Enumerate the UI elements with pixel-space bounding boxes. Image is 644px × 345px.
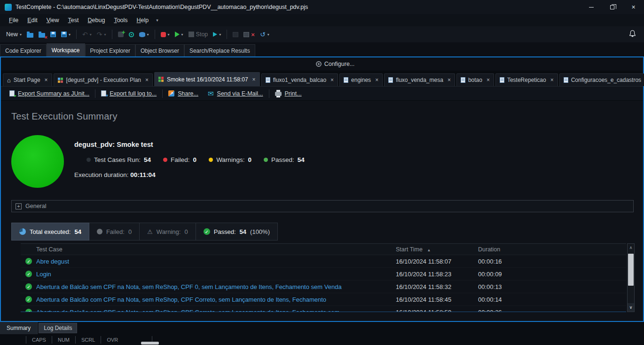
tab-close-icon[interactable]: × (145, 77, 149, 83)
test-case-link[interactable]: Abre degust (36, 258, 69, 265)
open-button[interactable] (24, 28, 36, 40)
tab-close-icon[interactable]: × (45, 77, 48, 83)
execution-duration: Execution duration: 00:11:04 (74, 171, 305, 178)
column-test-case[interactable]: Test Case (21, 246, 396, 253)
tab-close-icon[interactable]: × (375, 77, 378, 83)
undo-icon: ↶ (82, 31, 88, 38)
menu-help[interactable]: Help (133, 16, 153, 25)
test-case-link[interactable]: Abertura de Balcão sem CPF na Nota, sem … (36, 283, 342, 290)
table-row[interactable]: ✓ Abre degust 16/10/2024 11:58:07 00:00:… (21, 255, 626, 268)
save-all-button[interactable]: ▾ (59, 28, 73, 40)
document-tab-label: Smoke test 16/10/2024 11:58:07 (167, 76, 248, 83)
notifications-button[interactable] (625, 30, 640, 39)
stop-button[interactable]: Stop (186, 28, 211, 40)
export-log-label: Export full log to... (110, 90, 157, 97)
circle-icon (97, 229, 102, 234)
document-tab-fluxo-venda-mesa[interactable]: fluxo_venda_mesa × (384, 73, 455, 86)
tab-log-details[interactable]: Log Details (39, 323, 77, 333)
scrollbar-thumb[interactable] (628, 254, 634, 286)
tab-code-explorer[interactable]: Code Explorer (0, 44, 47, 56)
table-row[interactable]: ✓ Abertura de Balcão sem CPF na Nota, se… (21, 281, 626, 293)
tab-search-replace-results[interactable]: Search/Replace Results (184, 44, 255, 56)
rerun-button[interactable]: ↺ ▾ (258, 28, 272, 40)
document-tab-execution-plan[interactable]: [degust_pdv] - Execution Plan × (54, 73, 153, 86)
document-tab-engines[interactable]: engines × (339, 73, 383, 86)
menu-test[interactable]: Test (64, 16, 83, 25)
document-tab-label: engines (351, 77, 371, 83)
filter-label: Passed: (214, 228, 236, 235)
filter-failed[interactable]: Failed: 0 (89, 223, 140, 241)
share-icon: ↗ (168, 90, 174, 96)
table-row[interactable]: ✓ Login 16/10/2024 11:58:23 00:00:09 (21, 268, 626, 281)
print-button[interactable]: Print... (271, 90, 306, 97)
vertical-scrollbar[interactable]: ∧ ∨ (627, 243, 635, 312)
restore-button[interactable] (602, 0, 623, 14)
test-case-link[interactable]: Login (36, 271, 51, 278)
tab-close-icon[interactable]: × (550, 77, 554, 83)
filter-warning[interactable]: ⚠ Warning: 0 (140, 223, 196, 241)
menu-debug[interactable]: Debug (84, 16, 110, 25)
record-test-button[interactable]: ▾ (158, 28, 172, 40)
share-button[interactable]: ↗ Share... (165, 90, 202, 97)
expand-icon[interactable]: + (16, 203, 22, 209)
undo-button[interactable]: ↶ ▾ (80, 28, 94, 40)
document-tab-testerepeticao[interactable]: TesteRepeticao × (495, 73, 558, 86)
data-generator-button[interactable]: ▾ (137, 28, 151, 40)
column-duration[interactable]: Duration (478, 246, 626, 253)
filter-total-executed[interactable]: Total executed: 54 (11, 223, 89, 241)
configure-icon (316, 61, 322, 67)
horizontal-scrollbar-thumb[interactable] (141, 342, 159, 345)
document-tab-start-page[interactable]: ⌂ Start Page × (3, 73, 52, 86)
tab-close-icon[interactable]: × (252, 76, 256, 83)
run-with-debug-button[interactable]: ▾ (211, 28, 223, 40)
document-tab-label: TesteRepeticao (507, 77, 546, 83)
table-row[interactable]: ✓ Abertura de Balcão sem CPF na Nota, co… (21, 306, 626, 312)
redo-icon: ↷ (97, 31, 102, 38)
menu-overflow-chevron-icon[interactable]: ▾ (153, 18, 161, 23)
menu-view[interactable]: View (42, 16, 63, 25)
table-row[interactable]: ✓ Abertura de Balcão com CPF na Nota, se… (21, 293, 626, 306)
menu-edit[interactable]: Edit (23, 16, 42, 25)
save-all-icon (61, 32, 67, 37)
chevron-down-icon: ▾ (168, 32, 170, 37)
tab-close-icon[interactable]: × (330, 77, 334, 83)
minimize-button[interactable] (581, 0, 602, 14)
general-section-header[interactable]: + General (11, 200, 634, 212)
scroll-down-icon[interactable]: ∨ (628, 303, 634, 312)
test-case-link[interactable]: Abertura de Balcão com CPF na Nota, sem … (36, 296, 326, 303)
filter-passed[interactable]: ✓ Passed: 54 (100%) (196, 223, 278, 241)
run-test-button[interactable]: ▾ (173, 28, 186, 40)
add-project-item-button[interactable] (116, 28, 126, 40)
document-tab-configuracoes-e-cadastros[interactable]: Configuracoes_e_cadastros × (559, 73, 644, 86)
close-button[interactable]: × (623, 0, 644, 14)
tab-summary[interactable]: Summary (0, 322, 38, 334)
open-folder-icon (27, 33, 33, 38)
test-case-link[interactable]: Abertura de Balcão sem CPF na Nota, com … (36, 309, 339, 313)
pause-log-button[interactable] (230, 28, 241, 40)
export-log-button[interactable]: ▾ Export full log to... (97, 90, 160, 97)
clear-log-button[interactable]: × (241, 28, 257, 40)
menu-file[interactable]: File (5, 16, 23, 25)
save-button[interactable] (48, 28, 58, 40)
tab-close-icon[interactable]: × (448, 77, 451, 83)
tab-object-browser[interactable]: Object Browser (135, 44, 184, 56)
document-tab-smoke-test-log[interactable]: Smoke test 16/10/2024 11:58:07 × (154, 72, 260, 86)
document-tab-botao[interactable]: botao × (456, 73, 494, 86)
menu-tools[interactable]: Tools (110, 16, 132, 25)
scroll-up-icon[interactable]: ∧ (628, 244, 634, 251)
close-project-button[interactable]: × (36, 28, 47, 40)
tab-close-icon[interactable]: × (487, 77, 490, 83)
document-tab-fluxo1-venda-balcao[interactable]: fluxo1_venda_balcao × (261, 73, 338, 86)
new-button[interactable]: New ▾ (4, 28, 24, 40)
send-email-button[interactable]: ✉ Send via E-Mail... (204, 90, 267, 97)
checkpoint-button[interactable] (126, 28, 136, 40)
tab-workspace[interactable]: Workspace (47, 43, 85, 56)
redo-button[interactable]: ↷ ▾ (94, 28, 109, 40)
configure-label: Configure... (324, 61, 355, 67)
app-icon (5, 4, 12, 11)
save-icon (50, 32, 56, 37)
column-start-time[interactable]: Start Time ▲ (396, 246, 478, 253)
configure-link[interactable]: Configure... (316, 61, 355, 67)
export-junit-button[interactable]: ▸ Export Summary as JUnit... (6, 90, 93, 97)
tab-project-explorer[interactable]: Project Explorer (85, 44, 135, 56)
